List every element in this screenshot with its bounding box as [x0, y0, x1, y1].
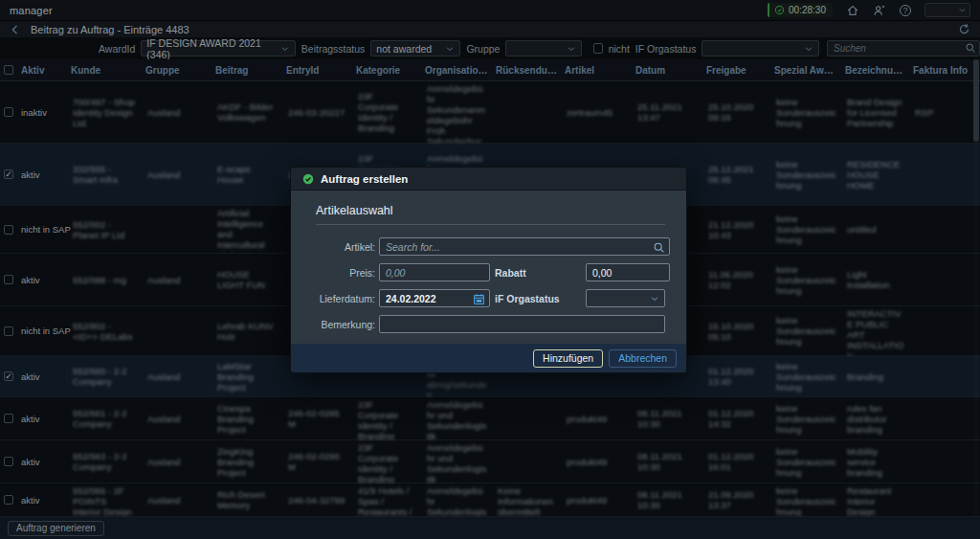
- dialog-header: Auftrag erstellen: [291, 168, 686, 191]
- rabatt-input[interactable]: [586, 263, 670, 281]
- application-window: manager 00:28:30 ? Beitrag zu Auf: [0, 0, 980, 539]
- artikel-search-input[interactable]: [379, 237, 670, 256]
- section-divider: [316, 224, 665, 225]
- bemerkung-label: Bemerkung:: [316, 319, 375, 330]
- rabatt-label: Rabatt: [495, 267, 582, 279]
- artikel-label: Artikel:: [316, 241, 375, 253]
- dialog-body: Artikelauswahl Artikel: Preis: Rabatt Li…: [291, 191, 686, 344]
- create-order-dialog: Auftrag erstellen Artikelauswahl Artikel…: [290, 167, 687, 373]
- success-check-icon: [302, 173, 314, 185]
- lieferdatum-label: Lieferdatum:: [316, 293, 375, 304]
- orgastatus-select[interactable]: [586, 289, 665, 307]
- preis-input[interactable]: [379, 263, 490, 281]
- section-title: Artikelauswahl: [316, 204, 665, 217]
- bemerkung-input[interactable]: [379, 315, 665, 333]
- preis-label: Preis:: [316, 267, 375, 279]
- add-button[interactable]: Hinzufügen: [533, 349, 603, 368]
- calendar-icon[interactable]: [473, 292, 485, 304]
- dialog-footer: Hinzufügen Abbrechen: [291, 344, 686, 372]
- search-icon[interactable]: [653, 240, 665, 253]
- dialog-title: Auftrag erstellen: [321, 173, 408, 185]
- cancel-button[interactable]: Abbrechen: [609, 349, 677, 368]
- orgastatus-label: iF Orgastatus: [495, 293, 582, 304]
